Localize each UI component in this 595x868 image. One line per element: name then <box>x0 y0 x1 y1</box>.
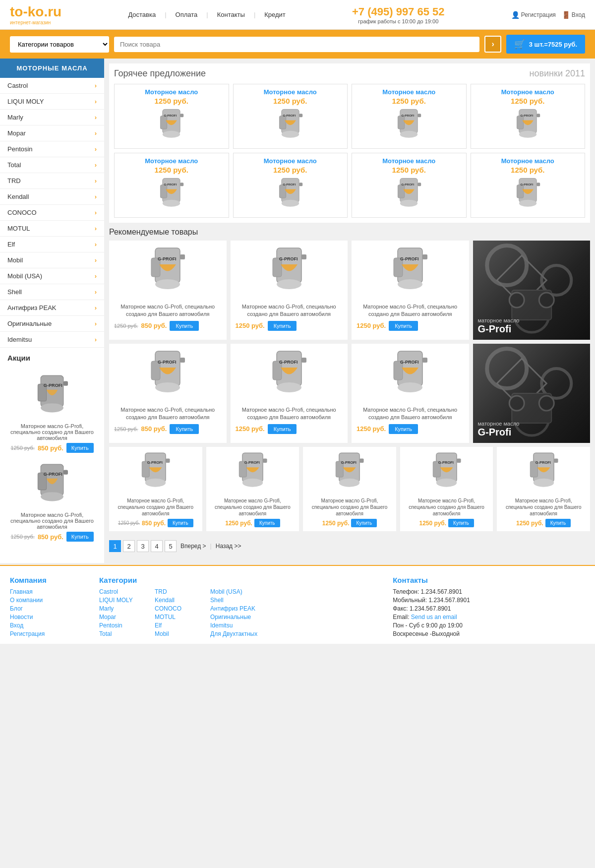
search-input[interactable] <box>114 37 479 52</box>
sidebar-item-original[interactable]: Оригинальные› <box>0 316 104 331</box>
product-name: Моторное масло <box>238 88 344 96</box>
hot-offer-header: Горячее предложение новинки 2011 <box>114 68 585 79</box>
buy-button[interactable]: Купить <box>389 424 418 434</box>
buy-button-sm[interactable]: Купить <box>351 519 377 527</box>
logo-text[interactable]: to-ko.ru <box>10 4 61 19</box>
footer-phone2: Мобильный: 1.234.567.8901 <box>393 597 585 604</box>
footer-cat-castrol[interactable]: Castrol <box>99 588 147 595</box>
phone-hours: график работы с 10:00 до 19:00 <box>352 18 445 24</box>
buy-button[interactable]: Купить <box>268 321 297 331</box>
nav-delivery[interactable]: Доставка <box>128 11 156 18</box>
footer-cat-idemitsu[interactable]: Idemitsu <box>210 622 258 629</box>
sidebar-item-castrol[interactable]: Castrol› <box>0 78 104 93</box>
sidebar-item-conoco[interactable]: CONOCO› <box>0 205 104 220</box>
sidebar-item-idemitsu[interactable]: Idemitsu› <box>0 332 104 347</box>
category-select[interactable]: Категории товаров <box>10 36 109 53</box>
product-price: 1250 руб. <box>236 322 265 329</box>
buy-button-sm[interactable]: Купить <box>168 519 193 527</box>
footer-link-blog[interactable]: Блог <box>10 605 89 612</box>
svg-rect-57 <box>301 254 306 259</box>
sidebar-item-total[interactable]: Total› <box>0 157 104 173</box>
phone-number: +7 (495) 997 65 52 <box>352 5 445 18</box>
sidebar-item-pentosin[interactable]: Pentosin› <box>0 141 104 157</box>
sidebar-item-trd[interactable]: TRD› <box>0 173 104 188</box>
footer-cat-motul[interactable]: MOTUL <box>155 614 202 620</box>
footer-link-register[interactable]: Регистрация <box>10 630 89 637</box>
sidebar-item-mobil[interactable]: Mobil› <box>0 252 104 268</box>
page-3-button[interactable]: 3 <box>137 540 149 552</box>
buy-button-sm[interactable]: Купить <box>254 519 280 527</box>
sidebar-item-mobilusa[interactable]: Mobil (USA)› <box>0 268 104 284</box>
sidebar-item-shell[interactable]: Shell› <box>0 284 104 300</box>
old-price-sm: 1250 руб. <box>118 520 140 526</box>
product-card: G-PROFI Маторное масло G-Profi, специаль… <box>231 241 348 340</box>
svg-rect-104 <box>360 458 364 462</box>
pagination: 1 2 3 4 5 Вперед > | Назад >> <box>109 536 590 558</box>
buy-button[interactable]: Купить <box>66 443 94 453</box>
register-label[interactable]: Регистрация <box>521 11 556 18</box>
buy-button[interactable]: Купить <box>170 321 199 331</box>
footer-link-login[interactable]: Вход <box>10 622 89 629</box>
footer-cat-conoco[interactable]: CONOCO <box>155 605 202 612</box>
sidebar-item-motul[interactable]: MOTUL› <box>0 221 104 236</box>
register-link[interactable]: 👤 Регистрация <box>511 11 556 19</box>
sidebar-item-elf[interactable]: Elf› <box>0 237 104 252</box>
cart-button[interactable]: 🛒 3 шт.=7525 руб. <box>506 35 585 54</box>
footer-cat-liquimoly[interactable]: LIQUI MOLY <box>99 597 147 604</box>
arrow-icon: › <box>95 272 97 280</box>
footer-link-news[interactable]: Новости <box>10 614 89 620</box>
footer-cat-original[interactable]: Оригинальные <box>210 614 258 620</box>
footer-cat-shell[interactable]: Shell <box>210 597 258 604</box>
footer-cat-pentosin[interactable]: Pentosin <box>99 622 147 629</box>
footer-cat-kendall[interactable]: Kendall <box>155 597 202 604</box>
list-item: Mobil› <box>0 252 104 268</box>
arrow-icon: › <box>95 304 97 311</box>
pagination-prev[interactable]: Назад >> <box>214 543 243 550</box>
hot-product-card: Моторное масло 1250 руб. G-PROFI <box>352 153 467 218</box>
nav-payment[interactable]: Оплата <box>176 11 198 18</box>
arrow-icon: › <box>95 320 97 327</box>
list-item: CONOCO› <box>0 205 104 221</box>
buy-button-sm[interactable]: Купить <box>545 519 571 527</box>
footer-cat-mobilusa[interactable]: Mobil (USA) <box>210 588 258 595</box>
pagination-next[interactable]: Вперед > <box>178 543 208 550</box>
footer-cat-mobil[interactable]: Mobil <box>155 630 202 637</box>
footer-cat-marly[interactable]: Marly <box>99 605 147 612</box>
sidebar-item-antifreeze[interactable]: Антифриз PEAK› <box>0 300 104 315</box>
nav-contacts[interactable]: Контакты <box>217 11 245 18</box>
nav-credit[interactable]: Кредит <box>264 11 286 18</box>
login-link[interactable]: 🚪 Вход <box>562 11 585 19</box>
sidebar-item-liquimoly[interactable]: LIQUI MOLY› <box>0 94 104 109</box>
page-5-button[interactable]: 5 <box>165 540 177 552</box>
buy-button[interactable]: Купить <box>66 532 94 542</box>
footer-cat-antifreeze[interactable]: Антифриз PEAK <box>210 605 258 612</box>
sidebar-item-mopar[interactable]: Mopar› <box>0 125 104 141</box>
login-label[interactable]: Вход <box>572 11 585 18</box>
list-item: Shell› <box>0 284 104 300</box>
footer-contacts-title: Контакты <box>393 576 585 584</box>
banner-brand: G-Profi <box>478 427 520 438</box>
footer-cat-elf[interactable]: Elf <box>155 622 202 629</box>
buy-button[interactable]: Купить <box>268 424 297 434</box>
sidebar-item-marly[interactable]: Marly› <box>0 110 104 125</box>
svg-text:G-PROFI: G-PROFI <box>158 360 177 365</box>
buy-button-sm[interactable]: Купить <box>448 519 474 527</box>
footer-cat-mopar[interactable]: Mopar <box>99 614 147 620</box>
footer-cat-total[interactable]: Total <box>99 630 147 637</box>
page-4-button[interactable]: 4 <box>151 540 163 552</box>
footer-cat-2stroke[interactable]: Для Двухтактных <box>210 630 258 637</box>
buy-button[interactable]: Купить <box>389 321 418 331</box>
page-2-button[interactable]: 2 <box>123 540 135 552</box>
page-1-button[interactable]: 1 <box>109 540 121 552</box>
svg-rect-12 <box>180 114 183 117</box>
search-button[interactable]: › <box>484 36 501 53</box>
footer-email-link[interactable]: Send us an email <box>411 614 457 620</box>
svg-point-86 <box>487 349 527 388</box>
list-item: LIQUI MOLY› <box>0 94 104 110</box>
sidebar-item-kendall[interactable]: Kendall› <box>0 189 104 204</box>
svg-point-70 <box>539 293 554 308</box>
footer-link-home[interactable]: Главная <box>10 588 89 595</box>
buy-button[interactable]: Купить <box>170 424 199 434</box>
footer-link-about[interactable]: О компании <box>10 597 89 604</box>
footer-cat-trd[interactable]: TRD <box>155 588 202 595</box>
